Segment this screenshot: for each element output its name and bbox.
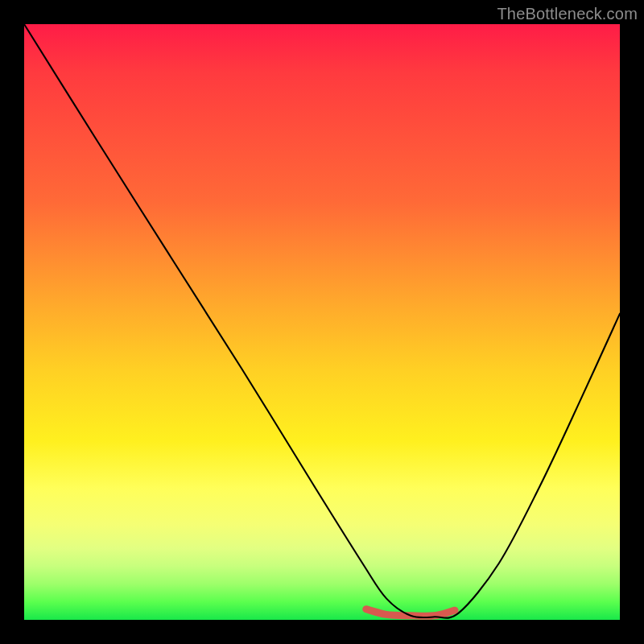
watermark-text: TheBottleneck.com (497, 5, 638, 23)
plot-area (24, 24, 620, 620)
chart-frame: TheBottleneck.com (0, 0, 644, 644)
chart-svg (24, 24, 620, 620)
bottleneck-curve (24, 24, 620, 618)
